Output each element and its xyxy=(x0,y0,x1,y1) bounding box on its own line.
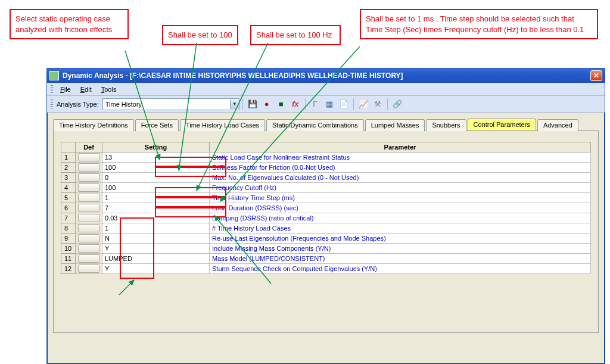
row-number: 10 xyxy=(61,244,76,254)
analysis-type-select[interactable]: Time History ▼ xyxy=(102,98,239,110)
parameter-cell: Damping (DSRSS) (ratio of critical) xyxy=(210,213,591,223)
toolbar-fx-icon[interactable]: fx xyxy=(289,98,302,111)
menubar-grip xyxy=(51,85,53,94)
setting-cell[interactable]: Y xyxy=(102,264,210,274)
app-window: Dynamic Analysis - [F:\CAESAR II\TIME HI… xyxy=(46,68,605,364)
toolbar-separator-2 xyxy=(305,98,306,110)
row-number: 4 xyxy=(61,183,76,193)
tab-snubbers[interactable]: Snubbers xyxy=(426,119,466,131)
def-button[interactable] xyxy=(78,153,99,161)
def-cell xyxy=(76,153,102,163)
parameter-cell: Static Load Case for Nonlinear Restraint… xyxy=(210,153,591,163)
toolbar-grip xyxy=(51,99,53,110)
toolbar-separator xyxy=(242,98,243,110)
grid-corner xyxy=(61,142,76,153)
parameter-cell: Include Missing Mass Components (Y/N) xyxy=(210,244,591,254)
def-button[interactable] xyxy=(78,224,99,232)
window-title: Dynamic Analysis - [F:\CAESAR II\TIME HI… xyxy=(63,71,590,80)
setting-cell[interactable]: 100 xyxy=(102,163,210,173)
def-cell xyxy=(76,223,102,234)
setting-cell[interactable]: 1 xyxy=(102,193,210,203)
table-row: 81# Time History Load Cases xyxy=(61,223,591,234)
menu-edit[interactable]: Edit xyxy=(76,84,97,95)
def-button[interactable] xyxy=(78,265,99,273)
tab-lumped-masses[interactable]: Lumped Masses xyxy=(365,119,425,131)
def-cell xyxy=(76,213,102,223)
toolbar: Analysis Type: Time History ▼ 💾 ● ■ fx Γ… xyxy=(47,96,605,113)
setting-cell[interactable]: 100 xyxy=(102,183,210,193)
callout-stiffness-100: Shall be set to 100 xyxy=(162,25,238,45)
tab-panel: Def Setting Parameter 113Static Load Cas… xyxy=(53,130,599,333)
table-row: 10YInclude Missing Mass Components (Y/N) xyxy=(61,244,591,254)
def-button[interactable] xyxy=(78,204,99,212)
table-row: 67Load Duration (DSRSS) (sec) xyxy=(61,203,591,213)
setting-cell[interactable]: Y xyxy=(102,244,210,254)
table-row: 4100Frequency Cutoff (Hz) xyxy=(61,183,591,193)
setting-cell[interactable]: LUMPED xyxy=(102,254,210,264)
toolbar-tool-icon[interactable]: ⚒ xyxy=(371,98,384,111)
def-cell xyxy=(76,183,102,193)
toolbar-record-icon[interactable]: ● xyxy=(260,98,273,111)
def-button[interactable] xyxy=(78,244,99,253)
def-cell xyxy=(76,173,102,183)
tab-force-sets[interactable]: Force Sets xyxy=(135,119,179,131)
row-number: 1 xyxy=(61,153,76,163)
parameter-cell: # Time History Load Cases xyxy=(210,223,591,234)
toolbar-save-icon[interactable]: 💾 xyxy=(246,98,259,111)
def-button[interactable] xyxy=(78,234,99,242)
def-cell xyxy=(76,264,102,274)
table-row: 70.03Damping (DSRSS) (ratio of critical) xyxy=(61,213,591,223)
def-button[interactable] xyxy=(78,173,99,182)
row-number: 9 xyxy=(61,234,76,244)
setting-cell[interactable]: 1 xyxy=(102,223,210,234)
tab-advanced[interactable]: Advanced xyxy=(537,119,578,131)
def-button[interactable] xyxy=(78,163,99,172)
setting-cell[interactable]: 7 xyxy=(102,203,210,213)
parameter-cell: Sturm Sequence Check on Computed Eigenva… xyxy=(210,264,591,274)
parameter-cell: Stiffness Factor for Friction (0.0-Not U… xyxy=(210,163,591,173)
parameters-grid: Def Setting Parameter 113Static Load Cas… xyxy=(61,142,591,274)
row-number: 11 xyxy=(61,254,76,264)
parameter-cell: Max. No. of Eigenvalues Calculated (0 - … xyxy=(210,173,591,183)
app-icon xyxy=(49,71,59,80)
titlebar: Dynamic Analysis - [F:\CAESAR II\TIME HI… xyxy=(47,69,605,83)
menu-tools[interactable]: Tools xyxy=(97,84,122,95)
toolbar-gamma-icon[interactable]: Γ xyxy=(309,98,322,111)
toolbar-grid-icon[interactable]: ▦ xyxy=(323,98,336,111)
col-def: Def xyxy=(76,142,102,153)
row-number: 5 xyxy=(61,193,76,203)
tab-static-dynamic-combinations[interactable]: Static/Dynamic Combinations xyxy=(266,119,364,131)
menubar: File Edit Tools xyxy=(47,83,605,96)
row-number: 12 xyxy=(61,264,76,274)
table-row: 113Static Load Case for Nonlinear Restra… xyxy=(61,153,591,163)
callout-static-case: Select static operating case analyzed wi… xyxy=(10,9,129,39)
setting-cell[interactable]: N xyxy=(102,234,210,244)
toolbar-link-icon[interactable]: 🔗 xyxy=(391,98,404,111)
col-parameter: Parameter xyxy=(210,142,591,153)
tab-time-history-definitions[interactable]: Time History Definitions xyxy=(53,119,134,131)
def-button[interactable] xyxy=(78,183,99,192)
table-row: 51Time History Time Step (ms) xyxy=(61,193,591,203)
setting-cell[interactable]: 0.03 xyxy=(102,213,210,223)
tab-control-parameters[interactable]: Control Parameters xyxy=(468,119,536,130)
tab-time-history-load-cases[interactable]: Time History Load Cases xyxy=(180,119,265,131)
setting-cell[interactable]: 0 xyxy=(102,173,210,183)
def-button[interactable] xyxy=(78,194,99,202)
def-cell xyxy=(76,203,102,213)
def-cell xyxy=(76,254,102,264)
def-button[interactable] xyxy=(78,254,99,263)
table-row: 2100Stiffness Factor for Friction (0.0-N… xyxy=(61,163,591,173)
toolbar-separator-3 xyxy=(353,98,354,110)
toolbar-stop-icon[interactable]: ■ xyxy=(275,98,288,111)
def-button[interactable] xyxy=(78,214,99,222)
row-number: 6 xyxy=(61,203,76,213)
table-row: 12YSturm Sequence Check on Computed Eige… xyxy=(61,264,591,274)
setting-cell[interactable]: 13 xyxy=(102,153,210,163)
table-row: 30Max. No. of Eigenvalues Calculated (0 … xyxy=(61,173,591,183)
callout-time-step: Shall be set to 1 ms , Time step should … xyxy=(360,9,598,39)
toolbar-chart-icon[interactable]: 📈 xyxy=(357,98,370,111)
close-button[interactable]: ✕ xyxy=(590,70,602,81)
menu-file[interactable]: File xyxy=(55,84,76,95)
parameter-cell: Re-use Last Eigensolution (Frequencies a… xyxy=(210,234,591,244)
toolbar-doc-icon[interactable]: 📄 xyxy=(337,98,350,111)
